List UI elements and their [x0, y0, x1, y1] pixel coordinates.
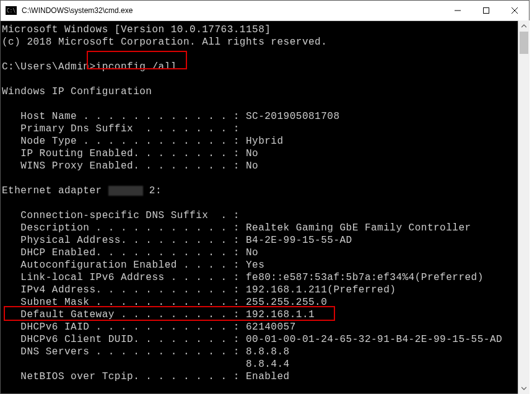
- blank: [2, 48, 528, 61]
- blank: [2, 172, 528, 185]
- conn-dns-suffix-line: Connection-specific DNS Suffix . :: [2, 209, 528, 222]
- vertical-scrollbar[interactable]: [518, 20, 530, 394]
- blank: [2, 98, 528, 110]
- section-header: Windows IP Configuration: [2, 85, 528, 98]
- dns-servers-line-2: 8.8.4.4: [2, 358, 528, 370]
- scroll-up-button[interactable]: [518, 20, 530, 32]
- window-title: C:\WINDOWS\system32\cmd.exe: [22, 6, 443, 15]
- command: ipconfig /all: [96, 61, 177, 72]
- netbios-line: NetBIOS over Tcpip. . . . . . . . : Enab…: [2, 370, 528, 383]
- titlebar[interactable]: C:\ C:\WINDOWS\system32\cmd.exe: [1, 1, 529, 21]
- ip-routing-line: IP Routing Enabled. . . . . . . . : No: [2, 147, 528, 160]
- chevron-down-icon: [521, 386, 526, 391]
- svg-rect-1: [484, 8, 489, 14]
- close-icon: [512, 7, 518, 14]
- dhcpv6-iaid-line: DHCPv6 IAID . . . . . . . . . . . : 6214…: [2, 321, 528, 333]
- terminal-body[interactable]: Microsoft Windows [Version 10.0.17763.11…: [1, 21, 529, 393]
- copyright-line: (c) 2018 Microsoft Corporation. All righ…: [2, 36, 528, 48]
- dns-suffix-line: Primary Dns Suffix . . . . . . . :: [2, 123, 528, 135]
- minimize-icon: [455, 7, 461, 14]
- default-gateway-line: Default Gateway . . . . . . . . . : 192.…: [2, 309, 528, 321]
- node-type-line: Node Type . . . . . . . . . . . . : Hybr…: [2, 135, 528, 147]
- prompt: C:\Users\Admin>: [2, 61, 96, 72]
- adapter-header: Ethernet adapter 2:: [2, 185, 528, 197]
- hostname-line: Host Name . . . . . . . . . . . . : SC-2…: [2, 110, 528, 123]
- maximize-button[interactable]: [472, 1, 500, 20]
- scrollbar-track[interactable]: [518, 32, 530, 383]
- description-line: Description . . . . . . . . . . . : Real…: [2, 222, 528, 234]
- dns-servers-line: DNS Servers . . . . . . . . . . . : 8.8.…: [2, 346, 528, 358]
- cmd-window: C:\ C:\WINDOWS\system32\cmd.exe Microsof…: [0, 0, 530, 394]
- dhcpv6-duid-line: DHCPv6 Client DUID. . . . . . . . : 00-0…: [2, 333, 528, 346]
- subnet-mask-line: Subnet Mask . . . . . . . . . . . : 255.…: [2, 296, 528, 309]
- scrollbar-thumb[interactable]: [520, 32, 528, 54]
- link-local-ipv6-line: Link-local IPv6 Address . . . . . : fe80…: [2, 271, 528, 284]
- minimize-button[interactable]: [443, 1, 472, 20]
- prompt-line: C:\Users\Admin>ipconfig /all: [2, 61, 528, 73]
- version-line: Microsoft Windows [Version 10.0.17763.11…: [2, 24, 528, 36]
- maximize-icon: [483, 7, 489, 14]
- blank: [2, 197, 528, 209]
- ipv4-address-line: IPv4 Address. . . . . . . . . . . : 192.…: [2, 284, 528, 296]
- redacted-adapter-name: [108, 186, 143, 196]
- chevron-up-icon: [521, 24, 526, 28]
- physical-address-line: Physical Address. . . . . . . . . : B4-2…: [2, 234, 528, 247]
- close-button[interactable]: [500, 1, 529, 20]
- window-controls: [443, 1, 529, 20]
- autoconfig-line: Autoconfiguration Enabled . . . . : Yes: [2, 259, 528, 271]
- scroll-down-button[interactable]: [518, 383, 530, 394]
- blank: [2, 73, 528, 85]
- dhcp-enabled-line: DHCP Enabled. . . . . . . . . . . : No: [2, 247, 528, 259]
- cmd-icon: C:\: [6, 6, 17, 15]
- wins-proxy-line: WINS Proxy Enabled. . . . . . . . : No: [2, 160, 528, 172]
